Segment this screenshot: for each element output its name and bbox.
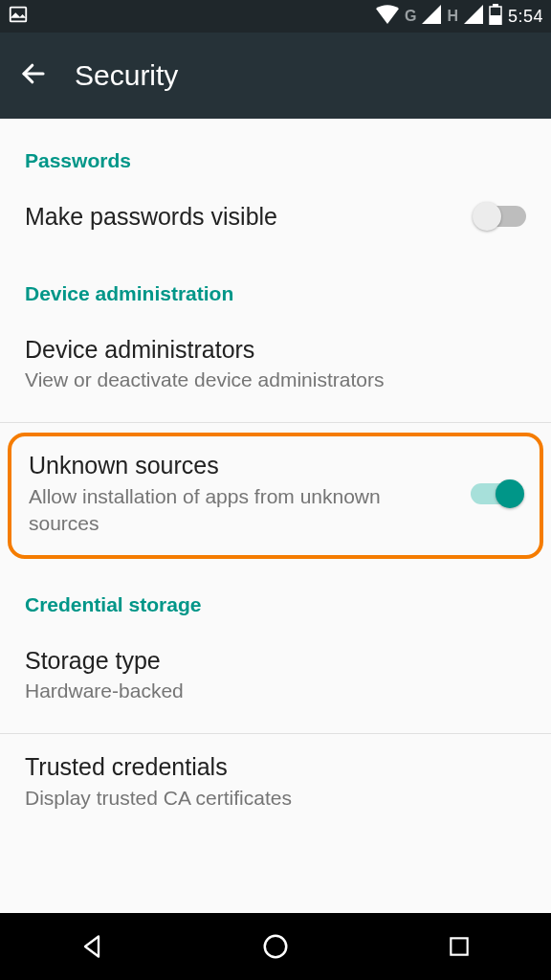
toggle-make-passwords-visible[interactable] <box>474 206 526 227</box>
back-icon[interactable] <box>19 59 48 92</box>
item-title: Trusted credentials <box>25 751 526 783</box>
status-bar: G H 5:54 <box>0 0 551 33</box>
svg-rect-6 <box>451 938 467 954</box>
item-device-administrators[interactable]: Device administrators View or deactivate… <box>0 317 551 413</box>
app-bar: Security <box>0 33 551 119</box>
page-title: Security <box>75 59 178 92</box>
svg-point-5 <box>265 936 287 958</box>
item-subtitle: Hardware-backed <box>25 678 526 704</box>
svg-rect-3 <box>490 15 501 25</box>
item-subtitle: Allow installation of apps from unknown … <box>29 483 455 538</box>
section-header-credential-storage: Credential storage <box>0 563 551 628</box>
signal-icon-2 <box>464 5 483 29</box>
item-title: Unknown sources <box>29 450 455 481</box>
item-title: Storage type <box>25 645 526 677</box>
item-title: Make passwords visible <box>25 201 459 233</box>
item-subtitle: View or deactivate device administrators <box>25 367 526 393</box>
wifi-icon <box>376 5 399 29</box>
nav-back-button[interactable] <box>54 923 130 970</box>
item-subtitle: Display trusted CA certificates <box>25 785 526 812</box>
nav-recent-button[interactable] <box>421 923 497 970</box>
item-storage-type[interactable]: Storage type Hardware-backed <box>0 628 551 724</box>
highlight-unknown-sources: Unknown sources Allow installation of ap… <box>8 433 543 558</box>
network-g-label: G <box>405 8 416 25</box>
item-trusted-credentials[interactable]: Trusted credentials Display trusted CA c… <box>0 734 551 831</box>
toggle-unknown-sources[interactable] <box>471 483 522 504</box>
item-unknown-sources[interactable]: Unknown sources Allow installation of ap… <box>29 450 522 537</box>
image-icon <box>8 4 29 30</box>
item-make-passwords-visible[interactable]: Make passwords visible <box>0 184 551 252</box>
section-header-passwords: Passwords <box>0 119 551 184</box>
navigation-bar <box>0 913 551 980</box>
network-h-label: H <box>447 8 458 25</box>
battery-icon <box>489 4 502 30</box>
divider <box>0 422 551 423</box>
section-header-device-admin: Device administration <box>0 252 551 317</box>
status-clock: 5:54 <box>508 7 543 27</box>
signal-icon-1 <box>422 5 441 29</box>
svg-rect-0 <box>11 7 27 21</box>
settings-content: Passwords Make passwords visible Device … <box>0 119 551 913</box>
item-title: Device administrators <box>25 334 526 366</box>
nav-home-button[interactable] <box>237 923 314 970</box>
